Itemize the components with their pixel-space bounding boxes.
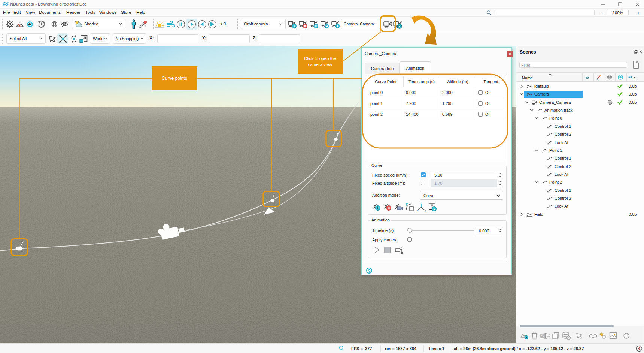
svg-text:Aa: Aa: [541, 335, 544, 337]
svg-text:z: z: [420, 202, 422, 205]
svg-text:y: y: [425, 209, 426, 212]
svg-text:x: x: [417, 209, 418, 212]
